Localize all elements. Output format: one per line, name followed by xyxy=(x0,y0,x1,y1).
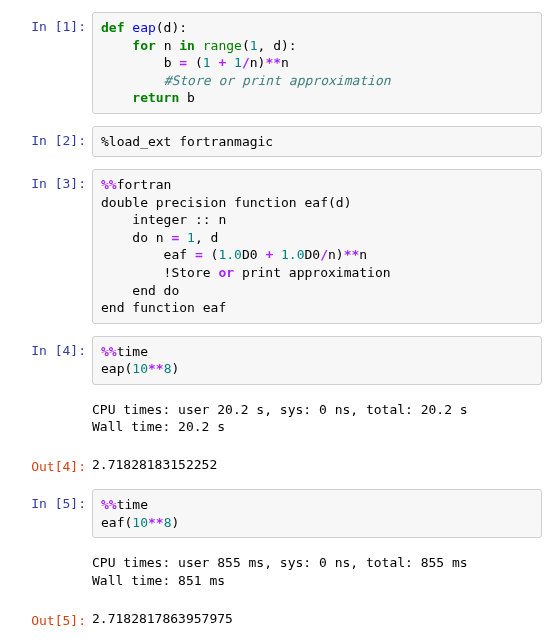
code-cell-2: In [2]: %load_ext fortranmagic xyxy=(8,126,542,158)
input-prompt: In [1]: xyxy=(8,12,92,114)
input-prompt: In [3]: xyxy=(8,169,92,323)
output-prompt: Out[4]: xyxy=(8,452,92,478)
stdout-text: CPU times: user 855 ms, sys: 0 ns, total… xyxy=(92,550,542,593)
code-line: %%time xyxy=(101,343,533,361)
empty-prompt xyxy=(8,550,92,593)
code-line: %load_ext fortranmagic xyxy=(101,133,533,151)
code-line: %%fortran xyxy=(101,176,533,194)
output-prompt: Out[5]: xyxy=(8,606,92,632)
input-area[interactable]: %%fortran double precision function eaf(… xyxy=(92,169,542,323)
code-line: end function eaf xyxy=(101,299,533,317)
code-cell-1: In [1]: def eap(d): for n in range(1, d)… xyxy=(8,12,542,114)
code-line: %%time xyxy=(101,496,533,514)
input-prompt: In [5]: xyxy=(8,489,92,538)
code-cell-4: In [4]: %%time eap(10**8) xyxy=(8,336,542,385)
code-line: for n in range(1, d): xyxy=(101,37,533,55)
result-text: 2.71828183152252 xyxy=(92,452,542,478)
code-cell-3: In [3]: %%fortran double precision funct… xyxy=(8,169,542,323)
code-line: return b xyxy=(101,89,533,107)
empty-prompt xyxy=(8,397,92,440)
code-cell-5: In [5]: %%time eaf(10**8) xyxy=(8,489,542,538)
code-line: double precision function eaf(d) xyxy=(101,194,533,212)
output-result-4: Out[4]: 2.71828183152252 xyxy=(8,452,542,478)
input-area[interactable]: %%time eap(10**8) xyxy=(92,336,542,385)
input-prompt: In [4]: xyxy=(8,336,92,385)
code-line: integer :: n xyxy=(101,211,533,229)
output-stream-4: CPU times: user 20.2 s, sys: 0 ns, total… xyxy=(8,397,542,440)
input-prompt: In [2]: xyxy=(8,126,92,158)
code-line: eaf = (1.0D0 + 1.0D0/n)**n xyxy=(101,246,533,264)
code-line: #Store or print approximation xyxy=(101,72,533,90)
code-line: eap(10**8) xyxy=(101,360,533,378)
output-result-5: Out[5]: 2.7182817863957975 xyxy=(8,606,542,632)
input-area[interactable]: %%time eaf(10**8) xyxy=(92,489,542,538)
result-text: 2.7182817863957975 xyxy=(92,606,542,632)
input-area[interactable]: def eap(d): for n in range(1, d): b = (1… xyxy=(92,12,542,114)
output-stream-5: CPU times: user 855 ms, sys: 0 ns, total… xyxy=(8,550,542,593)
code-line: end do xyxy=(101,282,533,300)
code-line: !Store or print approximation xyxy=(101,264,533,282)
code-line: def eap(d): xyxy=(101,19,533,37)
code-line: eaf(10**8) xyxy=(101,514,533,532)
stdout-text: CPU times: user 20.2 s, sys: 0 ns, total… xyxy=(92,397,542,440)
code-line: do n = 1, d xyxy=(101,229,533,247)
code-line: b = (1 + 1/n)**n xyxy=(101,54,533,72)
input-area[interactable]: %load_ext fortranmagic xyxy=(92,126,542,158)
